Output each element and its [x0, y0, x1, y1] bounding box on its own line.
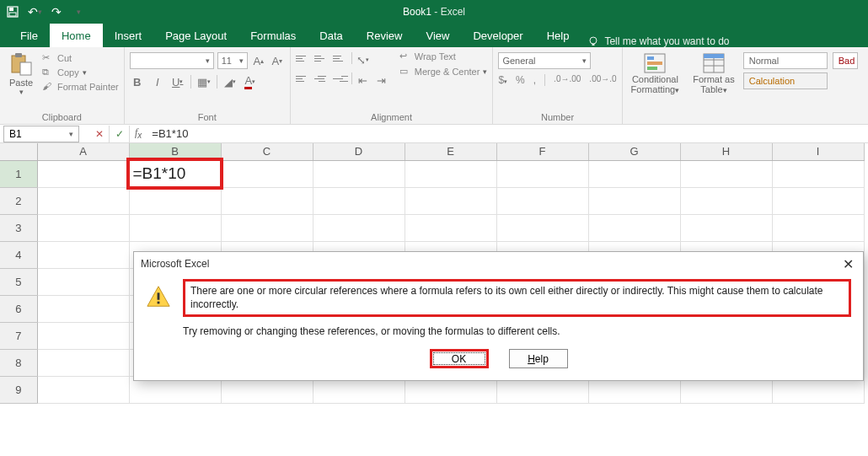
tab-help[interactable]: Help	[535, 24, 581, 47]
col-header-G[interactable]: G	[588, 143, 680, 160]
row-header-9[interactable]: 9	[0, 376, 37, 403]
tab-page-layout[interactable]: Page Layout	[153, 24, 238, 47]
fill-color-button[interactable]: ◢▾	[222, 74, 238, 89]
style-bad[interactable]: Bad	[833, 52, 858, 69]
cell[interactable]	[772, 187, 864, 214]
name-box[interactable]: B1▾	[3, 126, 79, 142]
cancel-formula-button[interactable]: ✕	[89, 126, 110, 142]
row-header-5[interactable]: 5	[0, 268, 37, 295]
cell-G1[interactable]	[588, 160, 680, 187]
cell-F1[interactable]	[496, 160, 588, 187]
decrease-indent-button[interactable]: ⇤	[356, 72, 371, 88]
dialog-close-button[interactable]: ✕	[839, 255, 856, 272]
merge-center-button[interactable]: ▭Merge & Center ▾	[399, 66, 488, 78]
cell[interactable]	[37, 322, 129, 349]
row-header-1[interactable]: 1	[0, 160, 37, 187]
comma-format-button[interactable]: ,	[533, 74, 536, 86]
cell[interactable]	[405, 214, 496, 241]
cell-C1[interactable]	[221, 160, 313, 187]
cell[interactable]	[588, 214, 680, 241]
row-header-2[interactable]: 2	[0, 187, 37, 214]
qat-customize-icon[interactable]: ▾	[71, 4, 86, 19]
decrease-decimal-button[interactable]: .00→.0	[589, 74, 616, 86]
tab-file[interactable]: File	[8, 24, 50, 47]
col-header-E[interactable]: E	[405, 143, 496, 160]
font-size-select[interactable]: 11▾	[217, 52, 248, 69]
tab-formulas[interactable]: Formulas	[238, 24, 308, 47]
cell[interactable]	[37, 241, 129, 268]
cell[interactable]	[313, 187, 405, 214]
cell[interactable]	[129, 214, 221, 241]
cell[interactable]	[37, 214, 129, 241]
row-header-7[interactable]: 7	[0, 322, 37, 349]
col-header-H[interactable]: H	[680, 143, 772, 160]
col-header-B[interactable]: B	[129, 143, 221, 160]
save-icon[interactable]	[5, 4, 20, 19]
tab-developer[interactable]: Developer	[461, 24, 534, 47]
accounting-format-button[interactable]: $▾	[498, 74, 507, 86]
cell[interactable]	[221, 214, 313, 241]
col-header-I[interactable]: I	[772, 143, 864, 160]
cell[interactable]	[680, 214, 772, 241]
col-header-D[interactable]: D	[313, 143, 405, 160]
number-format-select[interactable]: General▾	[498, 52, 591, 69]
cell-H1[interactable]	[680, 160, 772, 187]
row-header-8[interactable]: 8	[0, 349, 37, 376]
orientation-button[interactable]: ⤡▾	[356, 52, 371, 67]
cell[interactable]	[37, 376, 129, 403]
tab-home[interactable]: Home	[50, 24, 103, 47]
cell[interactable]	[37, 268, 129, 295]
style-normal[interactable]: Normal	[743, 52, 828, 69]
formula-input[interactable]: =B1*10	[147, 127, 868, 140]
tab-review[interactable]: Review	[355, 24, 415, 47]
align-middle-button[interactable]	[314, 52, 330, 64]
cell[interactable]	[680, 187, 772, 214]
cut-button[interactable]: ✂Cut	[42, 52, 119, 64]
cell[interactable]	[221, 187, 313, 214]
align-left-button[interactable]	[296, 72, 311, 84]
col-header-C[interactable]: C	[221, 143, 313, 160]
cell-A1[interactable]	[37, 160, 129, 187]
wrap-text-button[interactable]: ↩Wrap Text	[399, 51, 488, 62]
tab-insert[interactable]: Insert	[103, 24, 154, 47]
cell[interactable]	[37, 349, 129, 376]
underline-button[interactable]: U▾	[170, 74, 185, 89]
tab-view[interactable]: View	[414, 24, 461, 47]
shrink-font-button[interactable]: A▾	[270, 53, 285, 68]
cell[interactable]	[313, 214, 405, 241]
enter-formula-button[interactable]: ✓	[110, 126, 130, 142]
redo-icon[interactable]: ↷	[49, 4, 64, 19]
grow-font-button[interactable]: A▴	[251, 53, 266, 68]
dialog-titlebar[interactable]: Microsoft Excel ✕	[134, 252, 863, 276]
tab-data[interactable]: Data	[308, 24, 354, 47]
cell-I1[interactable]	[772, 160, 864, 187]
cell-E1[interactable]	[405, 160, 496, 187]
undo-icon[interactable]: ↶▾	[27, 4, 42, 19]
align-bottom-button[interactable]	[333, 52, 348, 64]
align-center-button[interactable]	[314, 72, 330, 84]
format-painter-button[interactable]: 🖌Format Painter	[42, 81, 119, 93]
row-header-4[interactable]: 4	[0, 241, 37, 268]
cell[interactable]	[405, 187, 496, 214]
font-name-select[interactable]: ▾	[130, 52, 214, 69]
cell[interactable]	[772, 214, 864, 241]
bold-button[interactable]: B	[130, 74, 145, 89]
italic-button[interactable]: I	[150, 74, 165, 89]
cell-B1[interactable]: =B1*10	[129, 160, 221, 187]
paste-button[interactable]: Paste ▾	[5, 51, 37, 110]
borders-button[interactable]: ▦▾	[196, 74, 212, 89]
help-button[interactable]: Help	[509, 349, 568, 368]
select-all-corner[interactable]	[0, 143, 37, 160]
cell[interactable]	[496, 214, 588, 241]
align-top-button[interactable]	[296, 52, 311, 64]
font-color-button[interactable]: A▾	[243, 74, 258, 89]
increase-decimal-button[interactable]: .0→.00	[554, 74, 581, 86]
row-header-3[interactable]: 3	[0, 214, 37, 241]
style-calculation[interactable]: Calculation	[743, 72, 828, 89]
conditional-formatting-button[interactable]: ConditionalFormatting▾	[628, 51, 683, 124]
increase-indent-button[interactable]: ⇥	[374, 72, 389, 88]
copy-button[interactable]: ⧉Copy ▾	[42, 67, 119, 78]
format-as-table-button[interactable]: Format asTable▾	[689, 51, 738, 124]
fx-icon[interactable]: fx	[130, 126, 147, 140]
cell[interactable]	[588, 187, 680, 214]
